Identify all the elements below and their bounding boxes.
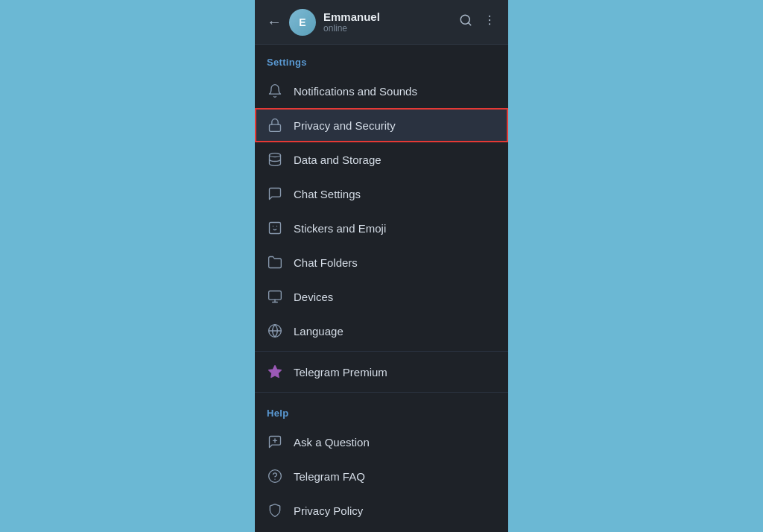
database-icon: [267, 151, 283, 168]
settings-section-label: Settings: [255, 45, 508, 74]
menu-item-ask[interactable]: Ask a Question: [255, 425, 508, 459]
folder-icon: [267, 254, 283, 270]
sticker-icon: [267, 220, 283, 236]
menu-item-faq[interactable]: Telegram FAQ: [255, 459, 508, 493]
language-label: Language: [294, 325, 343, 338]
stickers-label: Stickers and Emoji: [294, 222, 386, 235]
data-label: Data and Storage: [294, 153, 382, 166]
phone-container: ← E Emmanuel online Settings: [255, 0, 508, 532]
menu-item-chat[interactable]: Chat Settings: [255, 177, 508, 211]
shield-icon: [267, 502, 283, 519]
more-icon[interactable]: [483, 13, 496, 31]
svg-point-2: [489, 16, 490, 17]
menu-item-privacy[interactable]: Privacy and Security: [255, 108, 508, 142]
svg-point-4: [489, 23, 490, 25]
menu-item-devices[interactable]: Devices: [255, 279, 508, 314]
svg-rect-5: [270, 124, 281, 131]
header-actions: [459, 13, 496, 31]
avatar: E: [289, 9, 316, 36]
devices-label: Devices: [294, 291, 333, 303]
header: ← E Emmanuel online: [255, 0, 508, 45]
header-info: Emmanuel online: [323, 10, 452, 34]
user-name: Emmanuel: [323, 10, 452, 23]
premium-label: Telegram Premium: [294, 366, 387, 379]
svg-rect-7: [270, 223, 281, 234]
svg-rect-10: [269, 291, 282, 300]
menu-item-language[interactable]: Language: [255, 314, 508, 348]
user-status: online: [323, 23, 452, 34]
back-button[interactable]: ←: [267, 13, 282, 31]
notifications-label: Notifications and Sounds: [294, 85, 417, 98]
menu-item-privacy-policy[interactable]: Privacy Policy: [255, 493, 508, 528]
ask-label: Ask a Question: [294, 436, 370, 449]
menu-item-premium[interactable]: Telegram Premium: [255, 355, 508, 389]
globe-icon: [267, 323, 283, 339]
question-icon: [267, 468, 283, 484]
chat-icon: [267, 186, 283, 202]
search-icon[interactable]: [459, 13, 472, 31]
svg-point-3: [489, 19, 490, 21]
star-icon: [267, 364, 283, 380]
bell-icon: [267, 83, 283, 99]
privacy-label: Privacy and Security: [294, 119, 396, 132]
divider-2: [255, 392, 508, 393]
svg-marker-15: [269, 366, 282, 378]
menu-item-notifications[interactable]: Notifications and Sounds: [255, 74, 508, 108]
ask-icon: [267, 434, 283, 450]
menu-item-stickers[interactable]: Stickers and Emoji: [255, 211, 508, 245]
devices-icon: [267, 288, 283, 305]
privacy-policy-label: Privacy Policy: [294, 504, 363, 517]
svg-line-1: [468, 22, 470, 25]
content: Settings Notifications and Sounds Privac…: [255, 45, 508, 532]
svg-point-18: [269, 470, 282, 483]
help-section-label: Help: [255, 396, 508, 425]
divider-1: [255, 351, 508, 352]
menu-item-folders[interactable]: Chat Folders: [255, 245, 508, 279]
folders-label: Chat Folders: [294, 256, 358, 269]
menu-item-data[interactable]: Data and Storage: [255, 142, 508, 177]
faq-label: Telegram FAQ: [294, 470, 365, 483]
lock-icon: [267, 117, 283, 133]
svg-point-6: [270, 153, 281, 157]
chat-label: Chat Settings: [294, 188, 361, 200]
